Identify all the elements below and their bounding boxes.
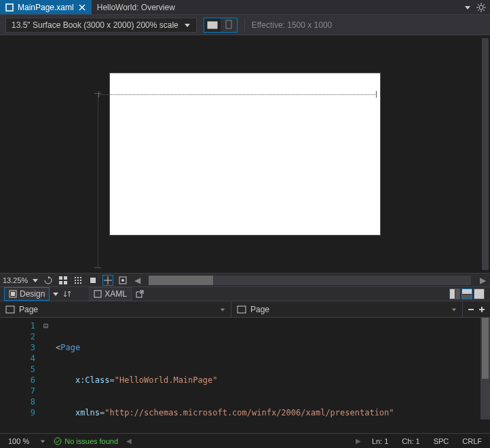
svg-line-12 [483,4,485,5]
snap-baseline-button[interactable] [102,275,113,286]
chevron-down-icon[interactable] [40,438,45,444]
effects-button[interactable] [117,275,128,286]
svg-rect-21 [59,281,62,284]
svg-point-50 [54,438,61,445]
svg-rect-27 [77,280,79,281]
popout-icon [136,290,144,298]
svg-marker-43 [221,308,225,311]
svg-line-11 [483,10,485,11]
status-issues[interactable]: No issues found [54,437,118,445]
svg-rect-29 [75,282,76,284]
design-pane-icon [9,290,17,298]
design-canvas[interactable] [109,73,381,236]
chevron-down-icon[interactable] [32,277,39,284]
snap-grid-icon [74,276,82,284]
check-circle-icon [54,437,62,445]
orientation-toggle[interactable] [204,18,238,33]
svg-rect-42 [6,306,14,313]
ruler-horizontal [98,91,377,96]
xaml-pane-label: XAML [105,289,127,299]
scroll-right-button[interactable]: ▶ [478,276,487,285]
element-selector-label: Page [19,305,38,314]
popout-button[interactable] [134,288,145,299]
status-eol[interactable]: CRLF [459,437,485,445]
svg-marker-45 [452,308,456,311]
refresh-button[interactable] [43,275,54,286]
element-selector-combo[interactable]: Page [19,305,225,314]
snap-lines-button[interactable] [88,275,98,286]
xaml-pane-tab[interactable]: XAML [89,287,132,301]
design-pane-label: Design [20,289,45,299]
svg-line-13 [478,10,479,11]
svg-rect-25 [80,277,81,278]
plus-icon[interactable] [478,305,486,314]
editor-vertical-scrollbar[interactable] [480,318,490,419]
chevron-down-icon [220,307,225,312]
tab-mainpage-xaml[interactable]: MainPage.xaml [0,0,92,14]
refresh-icon [44,276,52,284]
status-bar: 100 % No issues found ◀ ▶ Ln: 1 Ch: 1 SP… [0,433,490,448]
gear-icon[interactable] [476,3,486,12]
svg-rect-19 [59,276,62,280]
xaml-file-icon [5,3,14,12]
layout-horizontal-button[interactable] [461,288,472,299]
ruler-vertical [94,93,100,268]
device-preview-combo[interactable]: 13.5" Surface Book (3000 x 2000) 200% sc… [5,18,197,33]
status-zoom[interactable]: 100 % [5,437,32,445]
svg-rect-26 [75,280,76,281]
xaml-editor[interactable]: 1 2 3 4 5 6 7 8 9 ⊟ <Page x:Class="Hello… [0,318,490,419]
swap-icon [63,290,71,298]
scroll-right-indicator[interactable]: ▶ [356,437,361,445]
status-indent[interactable]: SPC [431,437,452,445]
svg-rect-31 [80,282,81,284]
fold-toggle[interactable]: ⊟ [43,320,53,331]
grid-button[interactable] [58,275,69,286]
design-pane-tab[interactable]: Design [4,287,50,301]
scroll-left-button[interactable]: ◀ [132,276,142,285]
design-surface[interactable] [0,35,490,273]
svg-rect-40 [94,291,101,297]
svg-rect-38 [11,292,15,296]
fold-gutter[interactable]: ⊟ [43,318,53,419]
svg-marker-49 [41,440,45,443]
layout-vertical-button[interactable] [449,288,460,299]
code-content[interactable]: <Page x:Class="HelloWorld.MainPage" xmln… [53,318,419,419]
landscape-button[interactable] [204,18,221,32]
swap-panes-button[interactable] [62,288,73,299]
tab-helloworld-overview[interactable]: HelloWorld: Overview [92,0,181,14]
scroll-left-indicator[interactable]: ◀ [126,437,132,445]
chevron-down-icon [184,22,191,29]
status-col[interactable]: Ch: 1 [399,437,422,445]
svg-rect-16 [226,20,231,29]
svg-rect-20 [64,276,67,280]
minus-icon[interactable] [467,305,475,314]
layout-single-button[interactable] [474,288,485,299]
effects-icon [119,276,127,284]
design-zoom-label[interactable]: 13.25% [3,276,28,284]
element-icon [237,305,246,314]
status-line[interactable]: Ln: 1 [369,437,391,445]
svg-rect-15 [208,22,217,29]
svg-rect-1 [7,5,12,10]
grid-icon [59,276,67,284]
member-selector-combo[interactable]: Page [250,305,457,314]
svg-point-36 [121,279,124,282]
snap-grid-button[interactable] [73,275,83,286]
svg-marker-4 [465,6,470,10]
snap-baseline-icon [104,276,112,284]
svg-line-10 [478,4,479,5]
chevron-down-icon[interactable] [52,291,59,297]
svg-rect-24 [77,277,79,278]
design-vertical-scrollbar[interactable] [482,38,489,270]
dropdown-icon[interactable] [463,3,472,12]
close-icon[interactable] [78,3,86,12]
xaml-pane-icon [94,290,102,298]
device-label: 13.5" Surface Book (3000 x 2000) 200% sc… [12,20,178,30]
design-horizontal-scrollbar[interactable] [149,276,471,285]
portrait-button[interactable] [221,18,237,32]
svg-point-5 [479,5,483,10]
svg-rect-44 [238,306,246,313]
element-icon [5,305,15,314]
svg-marker-17 [33,279,38,282]
portrait-icon [225,20,233,31]
